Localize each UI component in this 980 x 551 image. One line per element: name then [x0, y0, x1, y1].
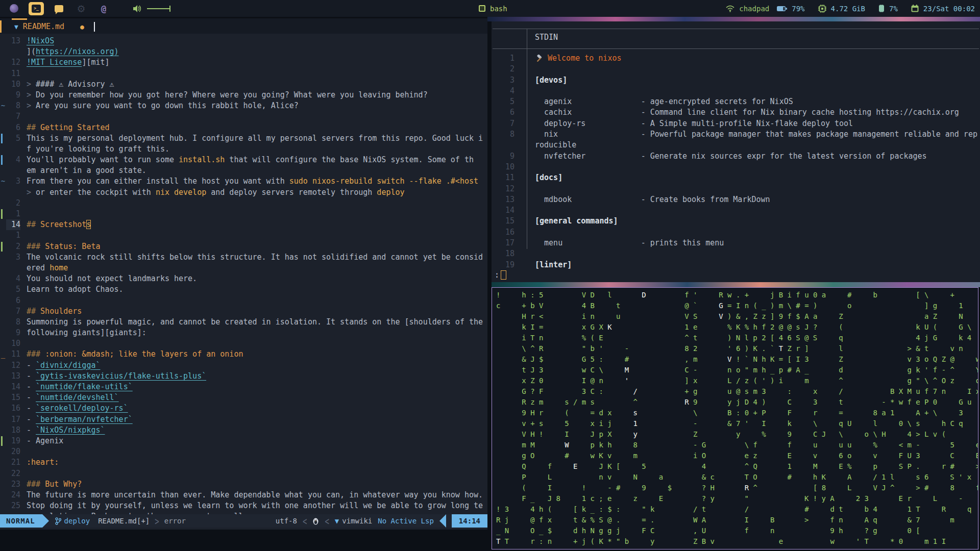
pager-line-number: 11 [492, 172, 514, 183]
editor-line[interactable]: 3The volcanic rock still shifts below th… [0, 252, 487, 263]
line-number: 13 [6, 371, 20, 382]
editor-buffer[interactable]: 13!NixOS](https://nixos.org)12!MIT Licen… [0, 36, 487, 522]
editor-line[interactable]: 22 [0, 468, 487, 479]
gutter-sign [0, 155, 6, 165]
gutter-sign [0, 295, 6, 306]
editor-line[interactable]: ~3From there you can either install the … [0, 176, 487, 187]
editor-line[interactable]: 7 [0, 111, 487, 122]
gear-icon: ⚙ [77, 3, 85, 14]
editor-line[interactable]: 14## Screetshots [0, 219, 487, 230]
matrix-highlight-char: R [684, 398, 693, 406]
mail-workspace-icon[interactable]: @ [96, 2, 111, 15]
editor-line[interactable]: 1 [0, 230, 487, 241]
editor-line[interactable]: _11### :onion: &mdash; like the layers o… [0, 349, 487, 360]
battery-percent-label: 79% [792, 5, 804, 13]
editor-line[interactable]: em aren't in a good state. [0, 165, 487, 176]
matrix-row: gO # wKv m iO ez E v 6o v FU3 C ET, 9 [496, 450, 978, 461]
editor-line[interactable]: 21:heart: [0, 457, 487, 468]
editor-line[interactable]: ~8> Are you sure you want to go down thi… [0, 101, 487, 111]
line-text: The volcanic rock still shifts below thi… [27, 252, 483, 263]
tabline-cursor [94, 22, 95, 32]
line-number: 4 [6, 155, 20, 165]
editor-line[interactable]: ](https://nixos.org) [0, 46, 487, 57]
editor-line[interactable]: 1 [0, 209, 487, 219]
gutter-sign [0, 252, 6, 263]
editor-line[interactable]: 10> #### ⚠ Advisory ⚠ [0, 79, 487, 90]
editor-line[interactable]: 14- `numtide/flake-utils` [0, 382, 487, 392]
git-branch-name: deploy [64, 517, 90, 525]
pager-line-number: 14 [492, 205, 514, 216]
volume-slider-handle[interactable] [169, 6, 170, 12]
editor-line[interactable]: 18- `NixOS/nixpkgs` [0, 425, 487, 436]
editor-line[interactable]: 20 [0, 446, 487, 457]
editor-line[interactable]: 5Learn to adopt Chaos. [0, 284, 487, 295]
gutter-sign [0, 57, 6, 68]
editor-line[interactable]: 5This is my personal deployment hub. I c… [0, 133, 487, 144]
editor-line[interactable]: 12- `divnix/digga` [0, 360, 487, 371]
editor-line[interactable]: 12!MIT License][mit] [0, 57, 487, 68]
gutter-sign [0, 122, 6, 133]
editor-line[interactable]: 15- `numtide/devshell` [0, 392, 487, 403]
line-text: > #### ⚠ Advisory ⚠ [27, 79, 114, 90]
editor-line[interactable]: 19- Agenix [0, 436, 487, 446]
pager-terminal-window[interactable]: STDIN 1Welcome to nixos23[devos]45 ageni… [492, 21, 980, 282]
editor-line[interactable]: 13- `gytis-ivaskevicius/flake-utils-plus… [0, 371, 487, 382]
line-number: 11 [6, 68, 20, 79]
pager-line-number: 18 [492, 248, 514, 259]
bash-window-icon [479, 5, 485, 12]
editor-line[interactable]: 9> Do you remember how you got here? Whe… [0, 90, 487, 101]
firefox-workspace-icon[interactable] [6, 2, 21, 15]
editor-line[interactable]: f you're looking to graft this. [0, 144, 487, 155]
matrix-highlight-char: T [496, 537, 505, 545]
git-branch-segment: deploy [55, 517, 90, 525]
line-text: The future is more uncertain than ever. … [27, 490, 483, 500]
volume-slider[interactable] [147, 8, 170, 9]
line-text: - `gytis-ivaskevicius/flake-utils-plus` [27, 371, 206, 382]
neovim-editor-window[interactable]: ▼ README.md ● 13!NixOS](https://nixos.or… [0, 18, 487, 530]
editor-line[interactable]: 2### Status: Beta [0, 241, 487, 252]
line-number: 2 [6, 241, 20, 252]
matrix-terminal-window[interactable]: ! h:5 VD l D f' Rw.+ jBifu0a # b [\ + U]… [492, 287, 978, 549]
volume-control[interactable] [133, 5, 170, 13]
line-number: 25 [6, 500, 20, 511]
diagnostic-label: error [164, 517, 186, 525]
line-number: 8 [6, 101, 20, 111]
editor-line[interactable]: 24The future is more uncertain than ever… [0, 490, 487, 500]
line-text: :heart: [27, 457, 59, 468]
pager-line: 5 agenix - age-encrypted secrets for Nix… [492, 96, 980, 107]
matrix-row: Rj @fx t&%S@. =. WA I B > fn Aq &7 m I :… [496, 515, 978, 525]
editor-line[interactable]: 23### But Why? [0, 479, 487, 490]
settings-workspace-icon[interactable]: ⚙ [74, 2, 89, 15]
pager-cursor [501, 270, 506, 280]
line-number: 3 [6, 176, 20, 187]
editor-line[interactable]: 16- `serokell/deploy-rs` [0, 403, 487, 414]
gutter-sign [0, 306, 6, 317]
matrix-row: v+s 5 xij 1 - &7' I k \ qU l 0\s hCq v c… [496, 418, 978, 429]
editor-line[interactable]: 11 [0, 68, 487, 79]
gutter-sign [0, 490, 6, 500]
terminal-workspace-icon[interactable]: >_ [29, 2, 44, 15]
matrix-row: F_ J8 1c;e z E ?y " K!yA 23 Er L - i OH [496, 493, 978, 504]
editor-line[interactable]: 4You should not expect landmarks here. [0, 273, 487, 284]
chat-workspace-icon[interactable] [51, 2, 66, 15]
editor-line[interactable]: 4You'll probably want to run some instal… [0, 155, 487, 165]
editor-line[interactable]: 2 [0, 198, 487, 209]
editor-statusline: NORMAL deploy README.md[+] > error utf-8… [0, 514, 487, 528]
editor-line[interactable]: 25Stop doing it by yourself, unless we l… [0, 500, 487, 511]
editor-line[interactable]: ered home [0, 263, 487, 273]
editor-line[interactable]: 7## Shoulders [0, 306, 487, 317]
tab-readme[interactable]: ▼ README.md ● [14, 20, 95, 33]
editor-line[interactable]: > or enter the cockpit with nix develop … [0, 187, 487, 198]
editor-line[interactable]: 8Summoning is powerful magic, and cannot… [0, 317, 487, 328]
editor-line[interactable]: 6## Getting Started [0, 122, 487, 133]
editor-line[interactable]: 10 [0, 338, 487, 349]
editor-line[interactable]: 9following giants][giants]: [0, 328, 487, 338]
editor-line[interactable]: 17- `berberman/nvfetcher` [0, 414, 487, 425]
pager-line: 11[docs] [492, 172, 980, 183]
pager-prompt[interactable]: : [495, 270, 506, 280]
matrix-highlight-char: ' [625, 377, 633, 385]
line-text: ## Screetshots [27, 219, 91, 230]
editor-line[interactable]: 13!NixOS [0, 36, 487, 46]
line-text: ### :onion: &mdash; like the layers of a… [27, 349, 243, 360]
editor-line[interactable]: 6 [0, 295, 487, 306]
